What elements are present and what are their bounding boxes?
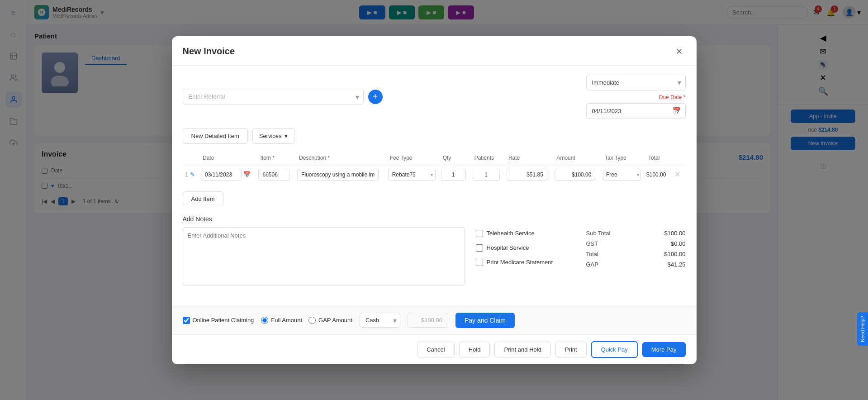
hospital-checkbox-label[interactable]: Hospital Service (476, 244, 575, 252)
gap-amount-label: GAP Amount (318, 317, 352, 324)
gst-row: GST $0.00 (586, 240, 686, 247)
cancel-button[interactable]: Cancel (417, 342, 454, 357)
due-date-input-wrap: 📅 (586, 103, 686, 119)
immediate-select[interactable]: Immediate (586, 75, 686, 90)
totals-column: Sub Total $100.00 GST $0.00 Total $100.0… (586, 215, 686, 288)
cell-fee-type: Rebate75 (385, 165, 438, 184)
cell-item (256, 165, 294, 184)
hospital-checkbox[interactable] (476, 244, 483, 252)
right-controls: Immediate Due Date * 📅 (586, 75, 686, 119)
table-row: 1 ✎ 📅 (183, 165, 686, 184)
print-hold-button[interactable]: Print and Hold (494, 342, 550, 357)
referral-select[interactable]: Enter Referral (183, 89, 364, 105)
more-pay-button[interactable]: More Pay (642, 342, 686, 357)
total-row: Total $100.00 (586, 251, 686, 257)
table-header: Date Item * Description * Fee Type Qty P… (183, 151, 686, 165)
col-description: Description * (294, 151, 385, 165)
cell-amount (552, 165, 600, 184)
total-label: Total (586, 251, 598, 257)
tax-type-wrap: Free (603, 169, 641, 181)
quick-pay-button[interactable]: Quick Pay (591, 341, 638, 358)
row-num: 1 ✎ (183, 165, 199, 184)
subtotal-row: Sub Total $100.00 (586, 230, 686, 237)
modal-top-row: Enter Referral + Immediate Due Date (183, 75, 686, 119)
medicare-checkbox[interactable] (476, 259, 483, 266)
telehealth-checkbox[interactable] (476, 230, 483, 237)
invoice-table: Date Item * Description * Fee Type Qty P… (183, 151, 686, 184)
cell-description (294, 165, 385, 184)
description-input[interactable] (297, 169, 379, 181)
services-button[interactable]: Services ▾ (252, 128, 294, 144)
need-help-tab[interactable]: Need Help? (857, 312, 868, 346)
medicare-checkbox-label[interactable]: Print Medicare Statement (476, 259, 575, 266)
row-edit-icon[interactable]: ✎ (190, 171, 195, 178)
notes-textarea[interactable] (183, 227, 465, 286)
opc-checkbox[interactable] (183, 317, 190, 324)
amount-input[interactable] (555, 169, 595, 181)
telehealth-checkbox-label[interactable]: Telehealth Service (476, 230, 575, 237)
gap-amount-radio-label[interactable]: GAP Amount (308, 317, 352, 324)
rate-input[interactable] (507, 169, 547, 181)
full-amount-radio[interactable] (261, 317, 268, 324)
qty-input[interactable] (441, 169, 466, 181)
col-num (183, 151, 199, 165)
col-fee-type: Fee Type (385, 151, 438, 165)
date-input[interactable] (201, 169, 242, 181)
due-date-label: Due Date (659, 94, 682, 100)
service-checkboxes: Telehealth Service Hospital Service Prin… (476, 215, 575, 288)
full-amount-radio-label[interactable]: Full Amount (261, 317, 302, 324)
payment-method-select[interactable]: Cash Card Cheque EFT (360, 313, 400, 328)
new-detailed-item-button[interactable]: New Detailed Item (183, 128, 248, 144)
subtotal-value: $100.00 (664, 230, 686, 237)
col-tax-type: Tax Type (600, 151, 644, 165)
pay-and-claim-button[interactable]: Pay and Claim (455, 313, 515, 328)
gap-value: $41.25 (668, 261, 686, 268)
gap-label: GAP (586, 261, 598, 268)
modal-close-button[interactable]: ✕ (673, 45, 686, 58)
tax-type-select[interactable]: Free (603, 169, 641, 181)
medicare-label: Print Medicare Statement (487, 259, 553, 266)
new-invoice-modal: New Invoice ✕ Enter Referral + (172, 36, 697, 364)
required-asterisk: * (683, 94, 686, 100)
modal-overlay: New Invoice ✕ Enter Referral + (0, 0, 868, 400)
hospital-label: Hospital Service (487, 244, 529, 251)
table-body: 1 ✎ 📅 (183, 165, 686, 184)
total-value: $100.00 (646, 171, 666, 178)
hold-button[interactable]: Hold (459, 342, 490, 357)
notes-label: Add Notes (183, 215, 465, 223)
cell-patients (470, 165, 504, 184)
col-actions (670, 151, 686, 165)
cell-total: $100.00 (644, 165, 670, 184)
telehealth-label: Telehealth Service (487, 230, 535, 237)
modal-footer: Cancel Hold Print and Hold Print Quick P… (172, 334, 697, 364)
modal-header: New Invoice ✕ (172, 36, 697, 66)
patients-input[interactable] (473, 169, 500, 181)
payment-amount-display: $100.00 (408, 313, 448, 328)
opc-label: Online Patient Claiming (193, 317, 254, 324)
notes-section: Add Notes (183, 215, 465, 288)
gst-label: GST (586, 240, 598, 247)
fee-type-select[interactable]: Rebate75 (388, 169, 436, 181)
opc-checkbox-label[interactable]: Online Patient Claiming (183, 317, 254, 324)
date-calendar-icon[interactable]: 📅 (243, 171, 251, 178)
gap-amount-radio[interactable] (308, 317, 316, 324)
due-date-input[interactable] (586, 103, 686, 119)
item-input[interactable] (258, 169, 290, 181)
cell-rate (504, 165, 552, 184)
col-qty: Qty (438, 151, 470, 165)
print-button[interactable]: Print (555, 342, 587, 357)
col-date: Date (198, 151, 256, 165)
action-buttons-row: New Detailed Item Services ▾ (183, 128, 686, 144)
add-item-button[interactable]: Add Item (183, 191, 223, 206)
subtotal-label: Sub Total (586, 230, 611, 237)
referral-area: Enter Referral + (183, 89, 579, 105)
add-referral-button[interactable]: + (368, 90, 383, 104)
fee-type-wrap: Rebate75 (388, 169, 436, 181)
modal-body: Enter Referral + Immediate Due Date (172, 66, 697, 306)
gap-row: GAP $41.25 (586, 261, 686, 268)
col-total: Total (644, 151, 670, 165)
col-item: Item * (256, 151, 294, 165)
row-delete-button[interactable]: ✕ (673, 171, 682, 178)
immediate-select-wrap: Immediate (586, 75, 686, 90)
gst-value: $0.00 (671, 240, 686, 247)
